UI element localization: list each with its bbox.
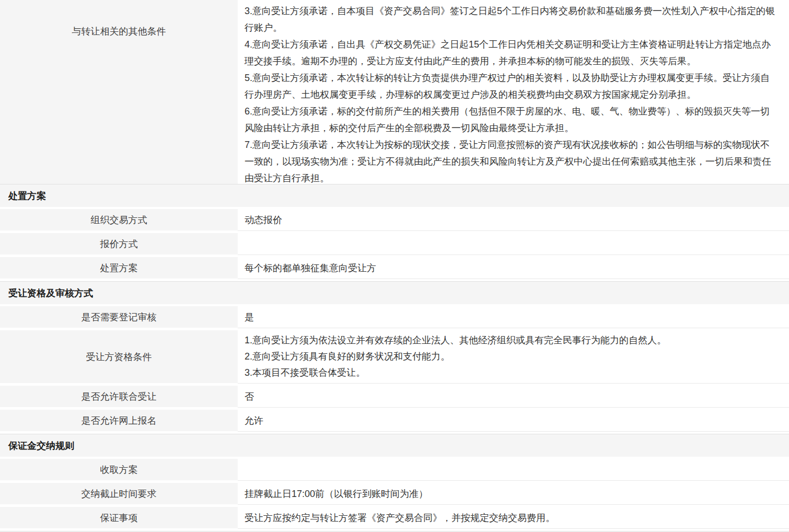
section-title: 保证金交纳规则 [8,440,74,452]
section-header-transferee-qualification: 受让资格及审核方式 [0,281,789,306]
row-payment-deadline: 交纳截止时间要求 挂牌截止日17:00前（以银行到账时间为准） [0,483,789,507]
condition-item: 5.意向受让方须承诺，本次转让标的转让方负责提供办理产权过户的相关资料，以及协助… [245,70,779,103]
condition-item: 3.意向受让方须承诺，自本项目《资产交易合同》签订之日起5个工作日内将交易价款和… [245,3,779,36]
field-label: 处置方案 [0,257,238,281]
field-label: 保证事项 [0,507,238,531]
field-value: 动态报价 [238,209,789,231]
field-label: 交纳截止时间要求 [0,483,238,507]
field-label: 是否允许网上报名 [0,410,238,434]
condition-item: 7.意向受让方须承诺，本次转让为按标的现状交接，受让方同意按照标的资产现有状况接… [245,136,779,184]
field-value: 1.意向受让方须为依法设立并有效存续的企业法人、其他经济组织或具有完全民事行为能… [238,330,789,384]
qualification-item: 3.本项目不接受联合体受让。 [245,365,779,381]
qualification-item: 2.意向受让方须具有良好的财务状况和支付能力。 [245,349,779,365]
field-label: 与转让相关的其他条件 [0,0,238,184]
row-online-registration-allowed: 是否允许网上报名 允许 [0,410,789,434]
section-title: 处置方案 [8,190,46,202]
field-label: 报价方式 [0,233,238,257]
row-registration-review-required: 是否需要登记审核 是 [0,306,789,330]
field-label: 是否需要登记审核 [0,306,238,330]
field-value: 是 [238,306,789,328]
field-value: 3.意向受让方须承诺，自本项目《资产交易合同》签订之日起5个工作日内将交易价款和… [238,0,789,184]
row-collection-plan: 收取方案 [0,459,789,483]
field-label: 组织交易方式 [0,209,238,233]
listing-detail-table: 与转让相关的其他条件 3.意向受让方须承诺，自本项目《资产交易合同》签订之日起5… [0,0,789,532]
row-guarantee-matters: 保证事项 受让方应按约定与转让方签署《资产交易合同》，并按规定交纳交易费用。 [0,507,789,531]
qualification-item: 1.意向受让方须为依法设立并有效存续的企业法人、其他经济组织或具有完全民事行为能… [245,332,779,349]
field-value: 受让方应按约定与转让方签署《资产交易合同》，并按规定交纳交易费用。 [238,507,789,529]
section-header-deposit-rules: 保证金交纳规则 [0,434,789,459]
field-label: 受让方资格条件 [0,330,238,386]
row-transferee-qualification-conditions: 受让方资格条件 1.意向受让方须为依法设立并有效存续的企业法人、其他经济组织或具… [0,330,789,386]
condition-item: 6.意向受让方须承诺，标的交付前所产生的相关费用（包括但不限于房屋的水、电、暖、… [245,103,779,136]
field-label: 收取方案 [0,459,238,483]
row-disposal-plan: 处置方案 每个标的都单独征集意向受让方 [0,257,789,281]
field-value: 否 [238,386,789,408]
condition-item: 4.意向受让方须承诺，自出具《产权交易凭证》之日起15个工作日内凭相关交易证明和… [245,36,779,70]
field-value: 每个标的都单独征集意向受让方 [238,257,789,279]
row-transaction-organization-method: 组织交易方式 动态报价 [0,209,789,233]
section-header-disposal-plan: 处置方案 [0,184,789,209]
field-value [238,233,789,255]
field-label: 是否允许联合受让 [0,386,238,410]
field-value: 挂牌截止日17:00前（以银行到账时间为准） [238,483,789,505]
row-quote-method: 报价方式 [0,233,789,257]
row-other-transfer-conditions: 与转让相关的其他条件 3.意向受让方须承诺，自本项目《资产交易合同》签订之日起5… [0,0,789,184]
field-value: 允许 [238,410,789,432]
row-joint-transfer-allowed: 是否允许联合受让 否 [0,386,789,410]
field-value [238,459,789,481]
section-title: 受让资格及审核方式 [8,287,93,299]
